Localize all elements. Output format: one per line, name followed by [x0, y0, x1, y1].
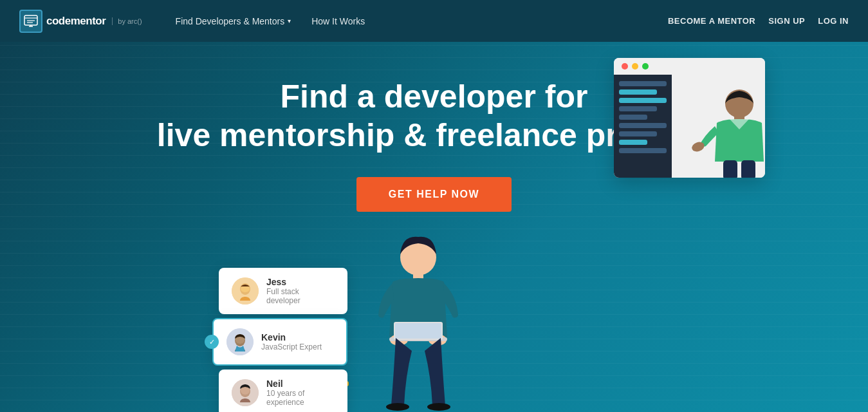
dev-role-jess: Full stack developer [266, 287, 335, 305]
developer-cards: Jess Full stack developer ✓ Kevin [219, 268, 354, 412]
svg-point-8 [241, 286, 250, 292]
svg-rect-28 [741, 160, 755, 178]
dev-role-kevin: JavaScript Expert [261, 342, 322, 351]
svg-point-22 [386, 403, 409, 411]
svg-rect-21 [395, 323, 441, 339]
dev-info-neil: Neil 10 years of experience [266, 379, 335, 407]
window-header [614, 58, 765, 75]
sign-up-link[interactable]: SIGN UP [768, 16, 805, 26]
dev-info-kevin: Kevin JavaScript Expert [261, 332, 322, 351]
developer-card-neil[interactable]: Neil 10 years of experience [219, 370, 347, 412]
developer-card-kevin[interactable]: ✓ Kevin JavaScript Expert [212, 318, 347, 366]
become-mentor-link[interactable]: BECOME A MENTOR [668, 16, 755, 26]
chevron-down-icon: ▾ [288, 17, 291, 24]
center-illustration [347, 225, 489, 412]
nav-how-it-works[interactable]: How It Works [304, 11, 373, 32]
dev-name-neil: Neil [266, 379, 335, 389]
dev-name-kevin: Kevin [261, 332, 322, 342]
avatar-neil [232, 379, 259, 406]
nav-find-developers[interactable]: Find Developers & Mentors ▾ [168, 11, 299, 32]
code-sidebar [614, 75, 672, 178]
navbar: codementor by arc() Find Developers & Me… [0, 0, 868, 42]
nav-right-links: BECOME A MENTOR SIGN UP LOG IN [668, 16, 849, 26]
logo-subtext: by arc() [112, 17, 142, 25]
code-body [614, 75, 765, 178]
hero-section: codementor by arc() Find Developers & Me… [0, 0, 868, 412]
avatar-kevin [226, 328, 254, 355]
logo-icon [19, 10, 42, 33]
svg-point-14 [241, 387, 250, 395]
avatar-jess [232, 277, 259, 304]
code-main-area [672, 75, 765, 178]
nav-links: Find Developers & Mentors ▾ How It Works [168, 11, 668, 32]
cta-button[interactable]: GET HELP NOW [356, 177, 512, 212]
svg-rect-27 [723, 160, 737, 178]
check-badge-kevin: ✓ [205, 335, 219, 349]
logo-link[interactable]: codementor by arc() [19, 10, 142, 33]
window-dot-yellow [632, 63, 638, 70]
logo-text: codementor [46, 15, 106, 28]
svg-point-23 [427, 403, 450, 411]
dev-name-jess: Jess [266, 277, 335, 287]
window-dot-red [622, 63, 628, 70]
developer-card-jess[interactable]: Jess Full stack developer [219, 268, 347, 314]
log-in-link[interactable]: LOG IN [818, 16, 849, 26]
dev-role-neil: 10 years of experience [266, 389, 335, 407]
code-editor-window [614, 58, 765, 178]
window-dot-green [642, 63, 649, 70]
dev-info-jess: Jess Full stack developer [266, 277, 335, 305]
